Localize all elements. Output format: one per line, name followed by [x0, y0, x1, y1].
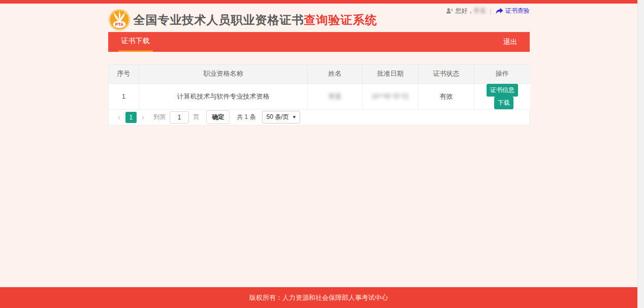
- page-size-value: 50 条/页: [267, 113, 289, 121]
- col-header-actions: 操作: [474, 65, 530, 83]
- table-header-row: 序号 职业资格名称 姓名 批准日期 证书状态 操作: [109, 65, 530, 83]
- table-row: 1 计算机技术与软件专业技术资格 李某 20**年*月*日 有效 证书信息 下载: [109, 83, 530, 109]
- copyright-text: 版权所有：人力资源和社会保障部人事考试中心: [249, 293, 388, 302]
- certificate-verify-link[interactable]: 证书查验: [496, 7, 530, 15]
- pagination-prev-icon[interactable]: ‹: [115, 113, 123, 121]
- tab-certificate-download-label: 证书下载: [121, 37, 150, 46]
- tab-certificate-download[interactable]: 证书下载: [118, 32, 153, 52]
- greeting-text: 您好，: [455, 7, 473, 15]
- certificate-table: 序号 职业资格名称 姓名 批准日期 证书状态 操作 1 计算机技术与软件专业技术…: [109, 65, 530, 110]
- pagination-confirm-button[interactable]: 确定: [206, 110, 230, 124]
- main-navbar: 证书下载 退出: [108, 32, 530, 52]
- greeting-divider: |: [490, 8, 491, 15]
- cell-qualification: 计算机技术与软件专业技术资格: [139, 83, 308, 109]
- chevron-down-icon: ▼: [292, 115, 297, 119]
- cell-status: 有效: [418, 83, 474, 109]
- col-header-index: 序号: [109, 65, 139, 83]
- redacted-name: 李某: [329, 93, 342, 100]
- redacted-approval-date: 20**年*月*日: [372, 93, 409, 100]
- site-header: PTA 全国专业技术人员职业资格证书查询验证系统 您好， 李某 |: [108, 4, 530, 32]
- greeting-username-redacted: 李某: [473, 7, 486, 15]
- pagination-total-count: 共 1 条: [237, 113, 255, 121]
- pta-logo-graphic: PTA: [108, 9, 131, 31]
- user-icon: [446, 8, 453, 15]
- footer: 版权所有：人力资源和社会保障部人事考试中心: [0, 287, 637, 308]
- cell-actions: 证书信息 下载: [474, 83, 530, 109]
- top-accent-bar: [0, 0, 637, 4]
- cell-index: 1: [109, 83, 139, 109]
- page-title: 全国专业技术人员职业资格证书查询验证系统: [134, 12, 377, 28]
- download-button[interactable]: 下载: [494, 97, 513, 109]
- cell-approval-date: 20**年*月*日: [363, 83, 418, 109]
- pagination-goto-input[interactable]: [170, 111, 189, 124]
- certificate-verify-label: 证书查验: [505, 7, 530, 15]
- page-size-select[interactable]: 50 条/页 ▼: [262, 111, 301, 124]
- col-header-status: 证书状态: [418, 65, 474, 83]
- share-arrow-icon: [496, 8, 503, 14]
- col-header-name: 姓名: [308, 65, 363, 83]
- svg-text:PTA: PTA: [115, 22, 123, 27]
- pagination-page-1[interactable]: 1: [125, 112, 137, 123]
- cell-name: 李某: [308, 83, 363, 109]
- certificate-info-button[interactable]: 证书信息: [487, 84, 518, 97]
- logout-button[interactable]: 退出: [503, 32, 518, 52]
- page-title-main: 全国专业技术人员职业资格证书: [134, 13, 304, 26]
- pagination-goto-label: 到第: [153, 113, 166, 121]
- col-header-approval-date: 批准日期: [363, 65, 418, 83]
- col-header-qualification: 职业资格名称: [139, 65, 308, 83]
- pagination-page-label: 页: [193, 113, 199, 121]
- pagination-bar: ‹ 1 › 到第 页 确定 共 1 条 50 条/页 ▼: [109, 110, 529, 125]
- pagination-next-icon[interactable]: ›: [139, 113, 147, 121]
- certificate-table-card: 序号 职业资格名称 姓名 批准日期 证书状态 操作 1 计算机技术与软件专业技术…: [108, 64, 530, 126]
- user-greeting-bar: 您好， 李某 | 证书查验: [446, 7, 529, 15]
- page-title-accent: 查询验证系统: [304, 13, 377, 26]
- logout-label: 退出: [503, 38, 518, 47]
- pta-logo: PTA: [108, 9, 131, 31]
- scrollbar[interactable]: [637, 0, 644, 308]
- page-viewport: PTA 全国专业技术人员职业资格证书查询验证系统 您好， 李某 |: [0, 0, 637, 308]
